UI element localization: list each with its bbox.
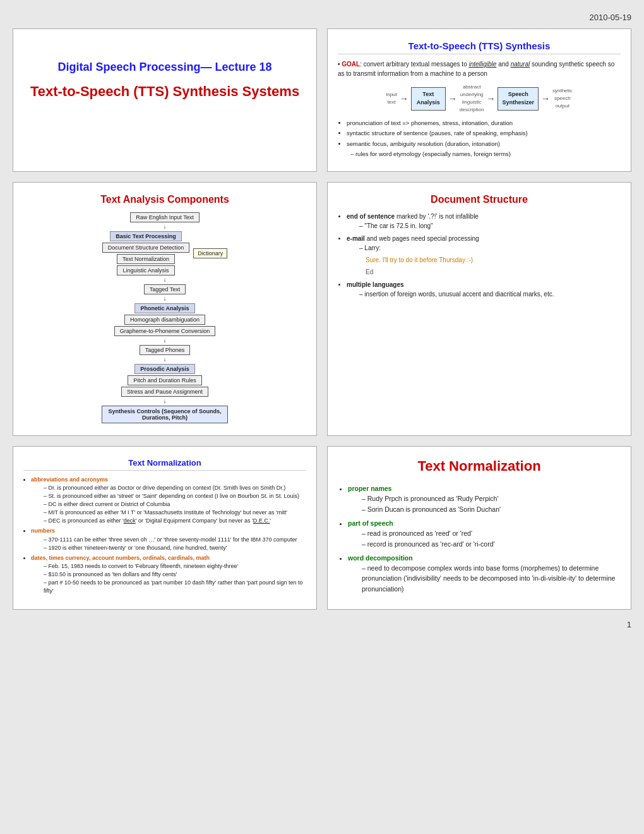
phonetic-col: Phonetic Analysis Homograph disambiguati… bbox=[114, 303, 216, 337]
slide-1-content: Digital Speech Processing— Lecture 18 Te… bbox=[23, 59, 306, 101]
email-reply-block: Sure. I'll try to do it before Thursday … bbox=[366, 255, 621, 277]
slide-row-3: Text Normalization abbreviations and acr… bbox=[13, 446, 631, 610]
dictionary-box: Dictionary bbox=[193, 248, 227, 258]
bullet-semantic: semantic focus, ambiguity resolution (du… bbox=[347, 140, 621, 148]
dates-item: dates, times currency, account numbers, … bbox=[31, 554, 306, 595]
diag-output: synthetic speech output bbox=[552, 87, 573, 110]
tagged-phones-box: Tagged Phones bbox=[140, 345, 191, 355]
ling-analysis-box: Linguistic Analysis bbox=[117, 265, 174, 275]
pos-label: part of speech bbox=[348, 519, 393, 527]
proper-sub-1: Rudy Prpch is pronounced as 'Rudy Perpic… bbox=[362, 493, 621, 504]
slide-4: Document Structure end of sentence marke… bbox=[327, 182, 631, 436]
dates-label: dates, times currency, account numbers, … bbox=[31, 555, 210, 561]
abbrev-sub-3: DC is either direct current or District … bbox=[44, 500, 306, 509]
email-sig: Ed bbox=[366, 267, 621, 277]
abbrev-label: abbreviations and acronyms bbox=[31, 476, 108, 483]
doc-bullet-2: e-mail and web pages need special proces… bbox=[347, 234, 621, 277]
slide-5-bullets: abbreviations and acronyms Dr. is pronou… bbox=[23, 476, 306, 595]
numbers-item: numbers 370-1111 can be either 'three se… bbox=[31, 527, 306, 552]
slide-6-bullets: proper names Rudy Prpch is pronounced as… bbox=[338, 483, 621, 594]
proper-names-item: proper names Rudy Prpch is pronounced as… bbox=[348, 483, 621, 514]
diag-input: input text bbox=[386, 91, 397, 106]
multilang-sub: insertion of foreign words, unusual acce… bbox=[359, 289, 621, 299]
proper-sub-2: Sorin Ducan is pronounced as 'Sorin Duch… bbox=[362, 504, 621, 514]
slide-2-title: Text-to-Speech (TTS) Synthesis bbox=[338, 40, 621, 54]
tts-diagram: input text → TextAnalysis → abstract und… bbox=[338, 83, 621, 114]
word-decomp-item: word decomposition need to decompose com… bbox=[348, 553, 621, 594]
slide-5-title: Text Normalization bbox=[23, 458, 306, 471]
slide-4-title: Document Structure bbox=[338, 194, 621, 205]
proper-names-label: proper names bbox=[348, 485, 391, 492]
text-analysis-box: TextAnalysis bbox=[411, 87, 446, 111]
abbrev-sub-4: MIT is pronounced as either 'M I T' or '… bbox=[44, 509, 306, 517]
abbrev-sub-1: Dr. is pronounced either as Doctor or dr… bbox=[44, 484, 306, 492]
flow-arrow-5: ↓ bbox=[164, 356, 167, 363]
homograph-box: Homograph disambiguation bbox=[124, 315, 205, 325]
pitch-duration-box: Pitch and Duration Rules bbox=[128, 375, 202, 385]
stress-pause-box: Stress and Pause Assignment bbox=[121, 387, 208, 397]
diag-synth: SpeechSynthesizer bbox=[498, 87, 539, 111]
abbrev-sub-2: St. is pronounced either as 'street' or … bbox=[44, 492, 306, 500]
email-larry-sub: Larry: bbox=[359, 243, 621, 253]
flow-arrow-3: ↓ bbox=[164, 295, 167, 303]
prosodic-col: Prosodic Analysis Pitch and Duration Rul… bbox=[121, 363, 208, 397]
slide-3-title: Text Analysis Components bbox=[23, 194, 306, 205]
flow-arrow-4: ↓ bbox=[164, 337, 167, 344]
dates-sub-1: Feb. 15, 1983 needs to convert to 'Febru… bbox=[44, 562, 306, 571]
arrow-3: → bbox=[486, 92, 495, 106]
slide-6: Text Normalization proper names Rudy Prp… bbox=[327, 446, 631, 610]
slide-2: Text-to-Speech (TTS) Synthesis • GOAL: c… bbox=[327, 28, 631, 172]
arrow-1: → bbox=[400, 92, 408, 106]
pos-item: part of speech read is pronounced as 're… bbox=[348, 518, 621, 549]
goal-word2: natural bbox=[511, 61, 530, 68]
diag-analysis: TextAnalysis bbox=[411, 87, 446, 111]
flow-arrow-1: ↓ bbox=[164, 223, 167, 231]
pos-sub-1: read is pronounced as 'reed' or 'red' bbox=[362, 528, 621, 538]
goal-text: : convert arbitrary textual messages to bbox=[360, 61, 468, 68]
pos-sub-2: record is pronounced as 'rec-ard' or 'ri… bbox=[362, 539, 621, 549]
goal-label: GOAL bbox=[342, 61, 360, 68]
doc-bullet-1: end of sentence marked by '.?!' is not i… bbox=[347, 212, 621, 231]
slide-2-bullets: pronunciation of text => phonemes, stres… bbox=[338, 119, 621, 158]
email-reply-text: Sure. I'll try to do it before Thursday … bbox=[366, 255, 621, 265]
slide-1: Digital Speech Processing— Lecture 18 Te… bbox=[13, 28, 317, 172]
slide-2-content: • GOAL: convert arbitrary textual messag… bbox=[338, 59, 621, 158]
email-label: e-mail bbox=[347, 235, 365, 242]
page-date: 2010-05-19 bbox=[13, 13, 631, 22]
doc-bullet-3: multiple languages insertion of foreign … bbox=[347, 280, 621, 299]
text-norm-box: Text Normalization bbox=[117, 254, 175, 264]
dates-sub-3: part # 10-50 needs to be pronounced as '… bbox=[44, 579, 306, 595]
arrow-4: → bbox=[541, 92, 550, 106]
bullet-pronunciation: pronunciation of text => phonemes, stres… bbox=[347, 119, 621, 127]
basic-processing-col: Basic Text Processing Document Structure… bbox=[102, 231, 190, 276]
slide-1-subtitle: Digital Speech Processing— Lecture 18 bbox=[23, 59, 306, 75]
word-decomp-label: word decomposition bbox=[348, 554, 413, 562]
abbrev-sub-5: DEC is pronounced as either 'deck' or 'D… bbox=[44, 517, 306, 525]
slide-5: Text Normalization abbreviations and acr… bbox=[13, 446, 317, 610]
bullet-syntactic: syntactic structure of sentence (pauses,… bbox=[347, 129, 621, 137]
tagged-text-box: Tagged Text bbox=[144, 284, 186, 294]
goal-word1: intelligible bbox=[468, 61, 496, 68]
text-analysis-flowchart: Raw English Input Text ↓ Basic Text Proc… bbox=[23, 212, 306, 424]
page-number: 1 bbox=[13, 620, 631, 629]
raw-input-box: Raw English Input Text bbox=[130, 212, 199, 222]
phonetic-header: Phonetic Analysis bbox=[134, 303, 194, 313]
multilang-label: multiple languages bbox=[347, 281, 404, 288]
goal-line: • GOAL: convert arbitrary textual messag… bbox=[338, 59, 621, 78]
numbers-sub-1: 370-1111 can be either 'three seven oh …… bbox=[44, 536, 306, 544]
synthesis-controls-box: Synthesis Controls (Sequence of Sounds, … bbox=[102, 406, 228, 423]
diag-middle: abstract underlying linguistic descripti… bbox=[460, 83, 484, 114]
slide-3: Text Analysis Components Raw English Inp… bbox=[13, 182, 317, 436]
flow-arrow-2: ↓ bbox=[164, 276, 167, 284]
prosodic-header: Prosodic Analysis bbox=[134, 364, 195, 374]
slide-4-bullets: end of sentence marked by '.?!' is not i… bbox=[338, 212, 621, 299]
bullet-rules: rules for word etymology (especially nam… bbox=[350, 150, 621, 158]
flow-row-basic: Basic Text Processing Document Structure… bbox=[23, 231, 306, 276]
slide-1-title: Text-to-Speech (TTS) Synthesis Systems bbox=[23, 83, 306, 101]
slide-6-title: Text Normalization bbox=[338, 458, 621, 474]
numbers-sub-2: 1920 is either 'nineteen-twenty' or 'one… bbox=[44, 544, 306, 552]
slide-row-1: Digital Speech Processing— Lecture 18 Te… bbox=[13, 28, 631, 172]
slide-row-2: Text Analysis Components Raw English Inp… bbox=[13, 182, 631, 436]
numbers-label: numbers bbox=[31, 528, 55, 534]
abbrev-item: abbreviations and acronyms Dr. is pronou… bbox=[31, 476, 306, 525]
